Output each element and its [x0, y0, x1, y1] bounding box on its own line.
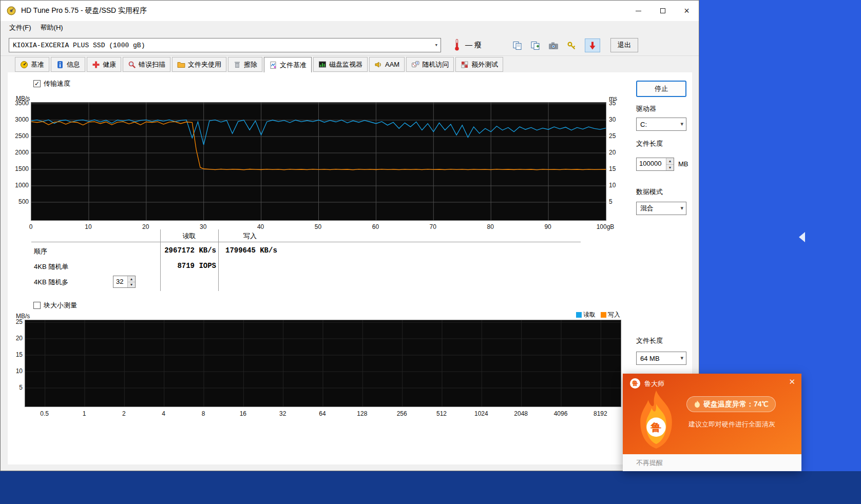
y-axis-tick-left: 500 — [8, 198, 29, 205]
title-bar: HD Tune Pro 5.75 - 硬盘/SSD 实用程序 × — [1, 1, 699, 21]
thermometer-icon — [454, 38, 460, 51]
keys-icon — [567, 41, 577, 50]
info-icon — [56, 61, 64, 69]
x-axis-tick: 30 — [185, 223, 221, 230]
checkbox-label: 块大小测量 — [44, 301, 77, 310]
stop-button[interactable]: 停止 — [636, 81, 686, 97]
small-flame-icon — [694, 400, 700, 408]
edge-panel-arrow-icon[interactable] — [799, 232, 805, 242]
x-axis-tick: 10 — [70, 223, 106, 230]
x-axis-tick: 1024 — [463, 410, 499, 417]
extra-tests-icon — [461, 61, 469, 69]
x-axis-tick: 8 — [185, 410, 221, 417]
data-mode-value: 混合 — [640, 204, 654, 213]
tab-error-scan[interactable]: 错误扫描 — [123, 57, 170, 72]
camera-icon — [548, 41, 559, 50]
spin-down-button[interactable]: ▼ — [666, 165, 674, 171]
toast-close-button[interactable]: ✕ — [789, 377, 795, 386]
column-header-write: 写入 — [219, 231, 281, 241]
x-axis-tick: 4 — [146, 410, 182, 417]
flame-icon: 鲁 — [628, 388, 684, 453]
keys-button[interactable] — [564, 38, 580, 52]
menu-help[interactable]: 帮助(H) — [36, 22, 68, 34]
tab-benchmark[interactable]: 基准 — [15, 57, 49, 72]
close-button[interactable]: × — [675, 1, 699, 21]
tab-health[interactable]: 健康 — [87, 57, 121, 72]
menu-file[interactable]: 文件(F) — [5, 22, 36, 34]
queue-depth-value: 32 — [113, 276, 127, 287]
tab-file-benchmark[interactable]: 文件基准 — [264, 57, 312, 73]
tab-disk-monitor[interactable]: 磁盘监视器 — [313, 57, 368, 72]
copy-add-button[interactable] — [528, 38, 543, 52]
maximize-icon — [660, 8, 665, 13]
benchmark-icon — [20, 61, 28, 69]
file-length-spinner[interactable]: 100000 ▲ ▼ — [636, 158, 674, 171]
block-size-checkbox[interactable]: 块大小测量 — [33, 301, 77, 310]
y-axis-tick-left: 1500 — [8, 165, 29, 172]
y-axis-tick-right: 10 — [609, 182, 624, 189]
tab-label: 基准 — [31, 60, 44, 69]
drive-select[interactable]: C: ▾ — [636, 118, 686, 131]
notification-body: 鲁 鲁大师 ✕ 鲁 硬盘温度异常：74℃ 建议立即对硬件进行全面清灰 — [623, 374, 801, 454]
spin-up-button[interactable]: ▲ — [666, 158, 674, 165]
temperature-alert-text: 硬盘温度异常：74℃ — [703, 400, 768, 409]
exit-button[interactable]: 退出 — [610, 38, 638, 52]
legend-item-read: 读取 — [576, 311, 596, 319]
temperature-alert-badge: 硬盘温度异常：74℃ — [686, 396, 776, 412]
y-axis-tick-left: 3000 — [8, 116, 29, 123]
maximize-button[interactable] — [650, 1, 675, 21]
tab-extra-tests[interactable]: 额外测试 — [455, 57, 503, 72]
spin-up-button[interactable]: ▲ — [128, 276, 135, 282]
tab-label: 错误扫描 — [139, 60, 165, 69]
notification-footer: 不再提醒 — [623, 454, 801, 471]
taskbar — [0, 471, 861, 504]
y-axis-tick-left: 15 — [8, 351, 23, 358]
data-mode-select[interactable]: 混合 ▾ — [636, 202, 686, 215]
x-axis-tick: 512 — [424, 410, 460, 417]
chart-legend: 读取 写入 — [576, 311, 620, 319]
file-benchmark-icon — [269, 61, 277, 69]
chevron-down-icon: ▾ — [434, 42, 438, 48]
tab-erase[interactable]: 擦除 — [228, 57, 262, 72]
window-title: HD Tune Pro 5.75 - 硬盘/SSD 实用程序 — [21, 6, 147, 15]
screenshot-button[interactable] — [546, 38, 561, 52]
device-select[interactable]: KIOXIA-EXCERIA PLUS SSD (1000 gB) ▾ — [9, 38, 441, 52]
download-arrow-icon — [587, 41, 598, 50]
tab-aam[interactable]: AAM — [369, 57, 405, 72]
table-divider — [31, 242, 581, 242]
row-label-4kb-single: 4KB 随机单 — [34, 262, 68, 272]
chevron-down-icon: ▾ — [680, 355, 683, 361]
copy-button[interactable] — [510, 38, 525, 52]
column-header-read: 读取 — [160, 231, 218, 241]
tab-random-access[interactable]: 随机访问 — [406, 57, 454, 72]
save-results-button[interactable] — [585, 38, 600, 52]
row-label-sequential: 顺序 — [34, 247, 47, 256]
block-file-length-select[interactable]: 64 MB ▾ — [636, 352, 686, 365]
table-divider — [218, 229, 219, 291]
tab-folder-usage[interactable]: 文件夹使用 — [172, 57, 226, 72]
y-axis-tick-left: 20 — [8, 335, 23, 342]
data-mode-label: 数据模式 — [636, 187, 663, 197]
sequential-write-value: 1799645 KB/s — [225, 246, 277, 255]
tab-info[interactable]: 信息 — [51, 57, 85, 72]
row-label-4kb-multi: 4KB 随机多 — [34, 278, 68, 287]
y-axis-tick-right: 25 — [609, 132, 624, 140]
spin-down-button[interactable]: ▼ — [128, 282, 135, 288]
device-select-value: KIOXIA-EXCERIA PLUS SSD (1000 gB) — [13, 42, 145, 49]
tab-label: 信息 — [67, 60, 80, 69]
queue-depth-spinner[interactable]: 32 ▲ ▼ — [113, 276, 136, 288]
x-axis-tick: 128 — [344, 410, 380, 417]
file-length-unit: MB — [678, 160, 688, 168]
drive-select-value: C: — [640, 121, 647, 128]
tab-label: 文件基准 — [280, 61, 307, 70]
minimize-button[interactable] — [626, 1, 650, 21]
x-axis-tick: 20 — [128, 223, 164, 230]
transfer-speed-chart — [31, 102, 606, 221]
ludashi-notification: 鲁 鲁大师 ✕ 鲁 硬盘温度异常：74℃ 建议立即对硬件进行全面清灰 不再提醒 — [623, 374, 801, 471]
dismiss-forever-link[interactable]: 不再提醒 — [636, 458, 663, 468]
transfer-speed-checkbox[interactable]: ✓ 传输速度 — [33, 79, 70, 88]
x-axis-tick: 70 — [415, 223, 451, 230]
ludashi-logo-icon: 鲁 — [630, 378, 640, 389]
tab-label: 随机访问 — [422, 60, 449, 69]
x-axis-tick: 1 — [66, 410, 102, 417]
